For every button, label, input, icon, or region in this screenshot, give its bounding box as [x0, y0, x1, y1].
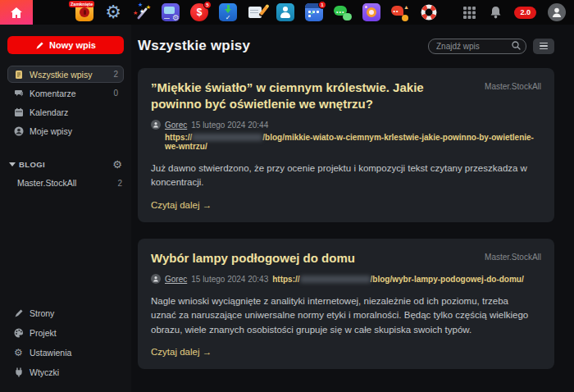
sidebar-item-project[interactable]: Projekt: [7, 324, 124, 341]
post-card: ”Miękkie światło” w ciemnym królestwie. …: [138, 68, 554, 222]
calendar-app-icon[interactable]: ✓ 1: [305, 3, 323, 21]
hamburger-icon: [540, 43, 548, 44]
search-icon: [512, 41, 521, 50]
check-icon: ✓: [219, 15, 237, 21]
notifications-button[interactable]: [488, 5, 503, 20]
read-more-link[interactable]: Czytaj dalej →: [151, 347, 541, 357]
post-blog-tag: Master.StockAll: [485, 80, 541, 91]
post-title[interactable]: Wybór lampy podłogowej do domu: [151, 250, 355, 267]
list-view-button[interactable]: [533, 39, 554, 54]
payments-app-icon[interactable]: $ 5: [190, 3, 208, 21]
post-url[interactable]: https:///blog/mikkie-wiato-w-ciemnym-krl…: [165, 133, 541, 151]
pencil-icon: [13, 308, 24, 318]
sidebar-item-settings[interactable]: ⚙ Ustawienia: [7, 344, 124, 361]
sidebar-item-comments[interactable]: Komentarze 0: [7, 84, 124, 102]
contacts-app-icon[interactable]: [276, 3, 294, 21]
calendar-icon: [13, 107, 24, 117]
page-title: Wszystkie wpisy: [138, 38, 250, 54]
support-lifebuoy-app-icon[interactable]: [420, 3, 438, 21]
blogs-section-title: BLOGI: [19, 160, 45, 169]
person-circle-icon: [13, 125, 24, 136]
topbar: Zamknięte ⚙ ★ ★ ★ ★ ⚙ $ 5 ✓: [0, 0, 574, 25]
settings-app-icon[interactable]: ⚙: [104, 3, 122, 21]
main-header: Wszystkie wpisy: [138, 38, 554, 54]
sidebar-item-plugins[interactable]: Wtyczki: [7, 363, 124, 381]
author-avatar: [151, 120, 161, 130]
home-button[interactable]: [0, 0, 33, 25]
camera-lens-icon: [367, 7, 376, 17]
post-card: Wybór lampy podłogowej do domu Master.St…: [138, 239, 554, 369]
grid-icon: [463, 7, 476, 19]
new-post-label: Nowy wpis: [49, 40, 96, 50]
author-link[interactable]: Gorec: [165, 121, 187, 130]
sidebar-item-calendar[interactable]: Kalendarz: [7, 103, 124, 121]
palette-icon: [13, 327, 24, 338]
post-url[interactable]: https:///blog/wybr-lampy-podogowej-do-do…: [272, 275, 524, 284]
post-excerpt: Nagle wnioski wyciągnięte z analityki in…: [151, 294, 533, 337]
person-icon: [283, 7, 288, 11]
closed-ribbon-badge: Zamknięte: [69, 1, 94, 7]
document-icon: [13, 69, 24, 80]
chat-app-icon[interactable]: •••: [334, 3, 352, 21]
sidebar-item-label: Projekt: [30, 328, 57, 338]
sidebar-item-label: Strony: [30, 308, 54, 318]
gear-icon: ⚙: [13, 347, 24, 358]
pencil-icon: [35, 41, 44, 50]
sidebar-item-pages[interactable]: Strony: [7, 304, 124, 321]
sidebar-item-label: Komentarze: [30, 89, 76, 98]
camera-app-icon[interactable]: [362, 3, 380, 21]
notes-edit-app-icon[interactable]: [248, 3, 266, 21]
app-icon-tray: Zamknięte ⚙ ★ ★ ★ ★ ⚙ $ 5 ✓: [75, 3, 438, 21]
read-more-link[interactable]: Czytaj dalej →: [151, 200, 541, 210]
post-excerpt: Już dawno stwierdzono, że przy ocenie pr…: [151, 162, 533, 190]
post-date: 15 lutego 2024 20:43: [191, 275, 268, 284]
post-blog-tag: Master.StockAll: [485, 250, 541, 262]
sidebar-item-label: Wszystkie wpisy: [30, 70, 92, 80]
search-box: [428, 38, 526, 54]
sidebar-item-all-posts[interactable]: Wszystkie wpisy 2: [7, 66, 124, 83]
version-badge[interactable]: 2.0: [514, 7, 536, 19]
closed-lock-app-icon[interactable]: Zamknięte: [75, 3, 93, 21]
browser-settings-app-icon[interactable]: ⚙: [162, 3, 180, 21]
inbox-download-app-icon[interactable]: ✓: [219, 3, 237, 21]
payments-count-badge: 5: [203, 1, 212, 9]
sidebar-item-my-posts[interactable]: Moje wpisy: [7, 122, 124, 139]
sidebar-item-label: Kalendarz: [30, 107, 68, 117]
user-avatar[interactable]: [548, 3, 566, 21]
user-icon: [551, 7, 563, 18]
topbar-right-cluster: 2.0: [462, 3, 574, 21]
comments-icon: [13, 88, 24, 98]
bell-icon: [490, 6, 502, 19]
header-tools: [428, 38, 554, 54]
mini-gear-icon: ⚙: [172, 14, 180, 22]
sidebar-item-count: 2: [113, 70, 118, 79]
sidebar-item-label: Wtyczki: [30, 367, 59, 377]
author-link[interactable]: Gorec: [165, 275, 187, 284]
collapse-triangle-icon: [9, 162, 16, 166]
main-content: Wszystkie wpisy ”Miękkie światło” w ciem…: [131, 25, 574, 392]
author-avatar: [151, 274, 161, 284]
sidebar-item-count: 0: [113, 89, 118, 98]
sidebar-blog-item[interactable]: Master.StockAll 2: [7, 175, 124, 191]
blogs-settings-gear-icon[interactable]: ⚙: [112, 159, 122, 170]
sidebar-footer-nav: Strony Projekt ⚙ Ustawienia Wtyczki: [7, 304, 124, 381]
blog-post-count: 2: [117, 179, 122, 188]
sidebar: Nowy wpis Wszystkie wpisy 2 Komentarze 0: [0, 25, 131, 392]
lifebuoy-icon: [420, 3, 438, 21]
magic-wand-app-icon[interactable]: ★ ★ ★ ★: [133, 3, 151, 21]
blog-name: Master.StockAll: [17, 178, 76, 188]
plug-icon: [13, 367, 24, 377]
apps-grid-button[interactable]: [462, 5, 476, 20]
home-icon: [11, 7, 22, 18]
sidebar-item-label: Moje wpisy: [30, 126, 72, 136]
post-title[interactable]: ”Miękkie światło” w ciemnym królestwie. …: [151, 80, 448, 112]
redacted-domain: [300, 276, 371, 283]
post-meta: Gorec 15 lutego 2024 20:44: [151, 120, 541, 130]
blogs-section-header[interactable]: BLOGI ⚙: [7, 159, 124, 170]
post-meta: Gorec 15 lutego 2024 20:43 https:///blog…: [151, 274, 541, 284]
feedback-app-icon[interactable]: •• ▲: [391, 3, 409, 21]
check-icon: ✓: [310, 10, 316, 16]
sidebar-nav: Wszystkie wpisy 2 Komentarze 0 Kalendarz: [7, 66, 124, 139]
new-post-button[interactable]: Nowy wpis: [7, 36, 124, 54]
redacted-domain: [192, 134, 262, 141]
